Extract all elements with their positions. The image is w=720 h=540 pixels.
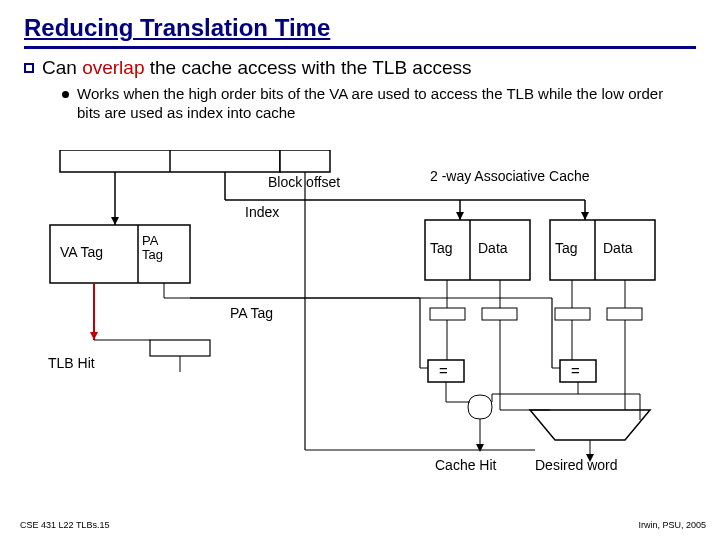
footer-left: CSE 431 L22 TLBs.15 [20, 520, 109, 530]
svg-marker-8 [456, 212, 464, 220]
svg-marker-4 [111, 217, 119, 225]
svg-rect-38 [555, 308, 590, 320]
bullet-overlap: overlap [82, 57, 144, 78]
slide: Reducing Translation Time Can overlap th… [0, 0, 720, 540]
label-eq-2: = [571, 362, 580, 379]
label-desired-word: Desired word [535, 457, 617, 473]
sub-bullet-row: Works when the high order bits of the VA… [62, 85, 682, 123]
label-pa-tag-small: PATag [142, 234, 163, 261]
svg-rect-37 [482, 308, 517, 320]
label-tag-2: Tag [555, 240, 578, 256]
label-tlb-hit: TLB Hit [48, 355, 95, 371]
bullet-row: Can overlap the cache access with the TL… [24, 57, 696, 79]
sub-bullet-text: Works when the high order bits of the VA… [77, 85, 682, 123]
label-associative-cache: 2 -way Associative Cache [430, 168, 590, 184]
svg-marker-53 [530, 410, 650, 440]
diagram-svg [30, 150, 700, 490]
diagram-stage: Block offset Index VA Tag PATag PA Tag T… [30, 150, 700, 500]
bullet-post: the cache access with the TLB access [144, 57, 471, 78]
svg-marker-52 [476, 444, 484, 452]
svg-rect-36 [430, 308, 465, 320]
title-rule [24, 46, 696, 49]
label-data-2: Data [603, 240, 633, 256]
label-cache-hit: Cache Hit [435, 457, 496, 473]
svg-rect-23 [150, 340, 210, 356]
bullet-text: Can overlap the cache access with the TL… [42, 57, 472, 79]
label-tag-1: Tag [430, 240, 453, 256]
label-eq-1: = [439, 362, 448, 379]
label-pa-tag: PA Tag [230, 305, 273, 321]
label-va-tag: VA Tag [60, 244, 103, 260]
slide-title: Reducing Translation Time [24, 14, 696, 42]
svg-marker-25 [90, 332, 98, 340]
square-bullet-icon [24, 63, 34, 73]
svg-marker-10 [581, 212, 589, 220]
svg-rect-2 [280, 150, 330, 172]
footer-right: Irwin, PSU, 2005 [638, 520, 706, 530]
dot-bullet-icon [62, 91, 69, 98]
svg-rect-39 [607, 308, 642, 320]
label-index: Index [245, 204, 279, 220]
bullet-pre: Can [42, 57, 82, 78]
label-data-1: Data [478, 240, 508, 256]
label-block-offset: Block offset [268, 174, 340, 190]
